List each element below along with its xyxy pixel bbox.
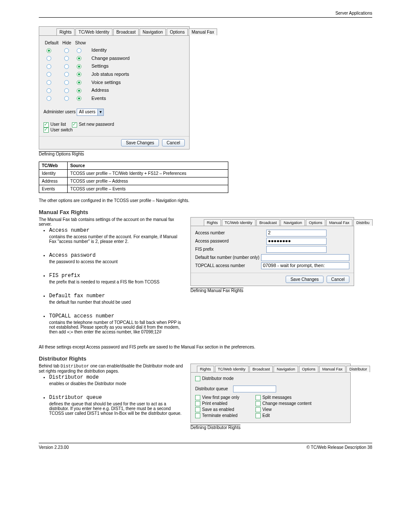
radio-voice-show[interactable] — [77, 80, 81, 85]
tab-options[interactable]: Options — [167, 28, 187, 35]
desc-access-password: the password to access the account — [49, 259, 185, 264]
cell-events: Events — [39, 185, 68, 193]
manual-fax-note: All these settings except Access passwor… — [39, 345, 372, 349]
tab3-rights[interactable]: Rights — [197, 366, 214, 372]
tab-manual-fax[interactable]: Manual Fax — [189, 28, 217, 35]
tab-tcweb-identity[interactable]: TC/Web Identity — [75, 28, 112, 35]
field-distributor-queue: Distributor queue — [49, 395, 102, 401]
radio-identity-hide[interactable] — [64, 48, 69, 53]
cancel-button-2[interactable]: Cancel — [327, 276, 349, 283]
tabs-row-2: Rights TC/Web Identity Broadcast Navigat… — [191, 218, 354, 226]
radio-jobstatus-show[interactable] — [77, 72, 81, 77]
tabs-row-3: Rights TC/Web Identity Broadcast Navigat… — [191, 364, 350, 373]
cell-identity-src: TCOSS user profile – TC/Web Identity + F… — [68, 169, 228, 177]
tab3-options[interactable]: Options — [299, 366, 318, 372]
radio-address-hide[interactable] — [64, 88, 69, 93]
tab2-manual-fax[interactable]: Manual Fax — [326, 219, 352, 226]
tab2-rights[interactable]: Rights — [204, 219, 221, 226]
radio-settings-show[interactable] — [77, 64, 81, 69]
lbl-fis-prefix: FIS prefix — [195, 247, 266, 252]
radio-identity-default[interactable] — [47, 48, 51, 53]
checkbox-set-new-password[interactable] — [72, 122, 77, 128]
input-access-password[interactable]: ●●●●●●●● — [266, 238, 327, 245]
desc-topcall-access: contains the telephone number of TOPCALL… — [49, 320, 185, 334]
radio-changepw-hide[interactable] — [64, 56, 69, 61]
tab3-navigation[interactable]: Navigation — [274, 366, 298, 372]
tab3-manual-fax[interactable]: Manual Fax — [319, 366, 346, 372]
radio-events-show[interactable] — [77, 96, 81, 101]
checkbox-view-first[interactable] — [195, 395, 200, 400]
tab2-options[interactable]: Options — [306, 219, 325, 226]
save-button-2[interactable]: Save Changes — [286, 276, 324, 283]
checkbox-edit[interactable] — [255, 413, 261, 418]
lbl-distributor-mode: Distributor mode — [202, 376, 234, 381]
label-user-switch: User switch — [50, 128, 73, 132]
administer-users-label: Administer users — [44, 109, 75, 114]
radio-settings-default[interactable] — [47, 64, 51, 69]
cell-address: Address — [39, 177, 68, 185]
desc-default-fax: the default fax number that should be us… — [49, 300, 185, 305]
lbl-distributor-queue: Distributor queue — [195, 386, 233, 391]
rights-radio-table: Default Hide Show Identity Change passwo… — [44, 39, 133, 103]
administer-users-select[interactable]: All users▾ — [77, 109, 103, 116]
lbl-split-msgs: Split messages — [262, 395, 292, 400]
checkbox-view[interactable] — [255, 407, 261, 412]
checkbox-user-switch[interactable] — [44, 128, 49, 133]
input-fis-prefix[interactable] — [266, 246, 327, 253]
radio-events-default[interactable] — [47, 96, 51, 101]
row-voice: Voice settings — [89, 78, 132, 86]
label-user-list: User list — [50, 122, 66, 127]
tab-broadcast[interactable]: Broadcast — [113, 28, 139, 35]
tab2-broadcast[interactable]: Broadcast — [256, 219, 280, 226]
checkbox-change-content[interactable] — [255, 401, 261, 406]
radio-changepw-default[interactable] — [47, 56, 51, 61]
radio-jobstatus-hide[interactable] — [64, 72, 69, 77]
tab-rights[interactable]: Rights — [56, 28, 75, 35]
radio-identity-show[interactable] — [77, 48, 81, 53]
field-default-fax: Default fax number — [49, 293, 105, 299]
checkbox-save-as[interactable] — [195, 407, 200, 412]
page-header: Server Applications — [335, 11, 372, 16]
input-access-number[interactable]: 2 — [266, 230, 327, 236]
tab2-distributor-cut[interactable]: Distribu — [353, 219, 373, 226]
radio-voice-default[interactable] — [47, 80, 51, 85]
cell-address-src: TCOSS user profile – Address — [68, 177, 228, 185]
row-events: Events — [89, 95, 132, 102]
radio-settings-hide[interactable] — [64, 64, 69, 69]
radio-events-hide[interactable] — [64, 96, 69, 101]
desc-fis-prefix: the prefix that is needed to request a F… — [49, 280, 185, 284]
checkbox-terminate[interactable] — [195, 413, 200, 418]
lbl-access-number: Access number — [195, 230, 266, 235]
lbl-print: Print enabled — [202, 401, 227, 406]
distributor-panel: Rights TC/Web Identity Broadcast Navigat… — [190, 364, 351, 423]
field-distributor-mode: Distributor mode — [49, 374, 99, 380]
caption-distributor: Defining Distributor Rights — [190, 425, 240, 430]
row-identity: Identity — [89, 47, 132, 54]
tab3-broadcast[interactable]: Broadcast — [249, 366, 273, 372]
radio-voice-hide[interactable] — [64, 80, 69, 85]
tab3-distributor[interactable]: Distributor — [346, 366, 370, 372]
checkbox-split-msgs[interactable] — [255, 395, 261, 400]
radio-jobstatus-default[interactable] — [47, 72, 51, 77]
dist-intro-name: Distributor — [61, 364, 89, 369]
radio-address-default[interactable] — [47, 88, 51, 93]
cancel-button[interactable]: Cancel — [162, 139, 185, 146]
tab2-navigation[interactable]: Navigation — [280, 219, 305, 226]
manual-fax-panel: Rights TC/Web Identity Broadcast Navigat… — [190, 217, 354, 286]
row-settings: Settings — [89, 62, 132, 70]
tab3-tcweb[interactable]: TC/Web Identity — [215, 366, 249, 372]
field-topcall-access: TOPCALL access number — [49, 313, 114, 319]
desc-distributor-mode: enables or disables the Distributor mode — [49, 381, 185, 386]
input-topcall-access[interactable]: 07098 - wait for prompt, then: — [261, 262, 349, 269]
input-default-fax[interactable] — [261, 254, 349, 261]
input-distributor-queue[interactable] — [233, 386, 276, 392]
tab2-tcweb[interactable]: TC/Web Identity — [222, 219, 255, 226]
radio-address-show[interactable] — [77, 88, 81, 93]
heading-distributor-rights: Distributor Rights — [39, 355, 372, 362]
checkbox-print[interactable] — [195, 401, 200, 406]
checkbox-distributor-mode[interactable] — [195, 376, 200, 381]
tab-navigation[interactable]: Navigation — [140, 28, 166, 35]
save-button[interactable]: Save Changes — [121, 139, 159, 146]
lbl-edit: Edit — [262, 413, 270, 418]
radio-changepw-show[interactable] — [77, 56, 81, 61]
